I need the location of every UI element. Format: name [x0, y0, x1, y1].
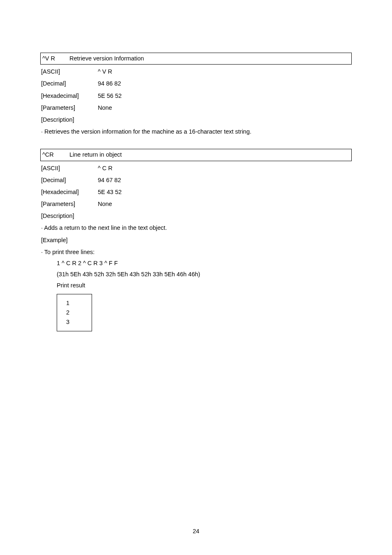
decimal-row: [Decimal] 94 67 82	[40, 176, 352, 185]
params-row: [Parameters] None	[40, 199, 352, 209]
hex-row: [Hexadecimal] 5E 43 52	[40, 187, 352, 197]
page-number: 24	[0, 527, 392, 536]
print-result-label: Print result	[40, 281, 352, 290]
command-title: Line return in object	[69, 150, 122, 160]
params-value: None	[98, 199, 112, 209]
document-page: ^V R Retrieve version Information [ASCII…	[0, 0, 392, 555]
example-hex: (31h 5Eh 43h 52h 32h 5Eh 43h 52h 33h 5Eh…	[40, 270, 352, 279]
print-result-line: 1	[66, 298, 92, 308]
command-header-box-vr: ^V R Retrieve version Information	[40, 53, 352, 65]
description-label: [Description]	[40, 211, 352, 221]
command-title: Retrieve version Information	[69, 54, 144, 63]
decimal-label: [Decimal]	[40, 176, 98, 185]
params-row: [Parameters] None	[40, 103, 352, 113]
decimal-value: 94 86 82	[98, 79, 121, 88]
hex-value: 5E 56 52	[98, 91, 122, 101]
command-code: ^CR	[42, 150, 69, 160]
print-result-line: 2	[66, 308, 92, 317]
example-code: 1 ^ C R 2 ^ C R 3 ^ F F	[40, 259, 352, 268]
hex-label: [Hexadecimal]	[40, 187, 98, 197]
hex-value: 5E 43 52	[98, 187, 122, 197]
description-text: · Retrieves the version information for …	[40, 127, 352, 136]
ascii-value: ^ C R	[98, 164, 113, 173]
ascii-row: [ASCII] ^ V R	[40, 67, 352, 76]
example-intro: · To print three lines:	[40, 247, 352, 257]
description-label: [Description]	[40, 115, 352, 125]
command-header: ^CR Line return in object	[42, 150, 350, 160]
hex-label: [Hexadecimal]	[40, 91, 98, 101]
decimal-label: [Decimal]	[40, 79, 98, 88]
print-result-line: 3	[66, 317, 92, 327]
ascii-label: [ASCII]	[40, 164, 98, 173]
params-label: [Parameters]	[40, 103, 98, 113]
params-label: [Parameters]	[40, 199, 98, 209]
params-value: None	[98, 103, 112, 113]
command-header-box-cr: ^CR Line return in object	[40, 149, 352, 161]
print-result-box: 1 2 3	[57, 294, 92, 332]
description-text: · Adds a return to the next line in the …	[40, 223, 352, 233]
ascii-value: ^ V R	[98, 67, 112, 76]
decimal-row: [Decimal] 94 86 82	[40, 79, 352, 88]
ascii-row: [ASCII] ^ C R	[40, 164, 352, 173]
ascii-label: [ASCII]	[40, 67, 98, 76]
hex-row: [Hexadecimal] 5E 56 52	[40, 91, 352, 101]
example-label: [Example]	[40, 236, 352, 245]
command-code: ^V R	[42, 54, 69, 63]
command-header: ^V R Retrieve version Information	[42, 54, 350, 63]
decimal-value: 94 67 82	[98, 176, 121, 185]
